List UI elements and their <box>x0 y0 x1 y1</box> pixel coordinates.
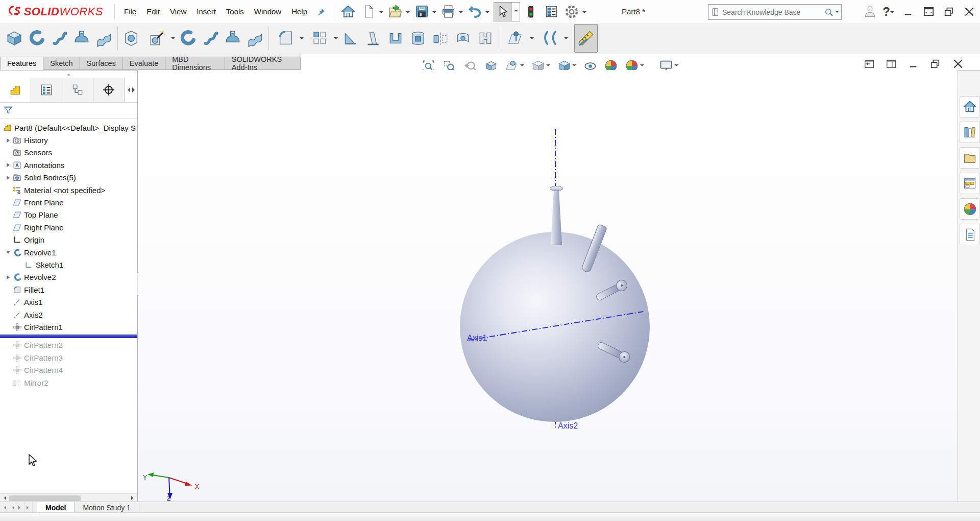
tab-configurationmanager[interactable] <box>62 78 93 102</box>
top-pin-knob[interactable] <box>550 188 562 245</box>
shell-button[interactable] <box>384 25 407 52</box>
select-dropdown-button[interactable] <box>511 3 520 21</box>
custom-properties-button[interactable] <box>960 224 980 245</box>
scroll-left-button[interactable] <box>0 494 8 502</box>
scroll-tabs-right-icon[interactable] <box>132 87 137 92</box>
previous-tab-button[interactable] <box>8 502 16 513</box>
tree-item-axis1[interactable]: Axis1 <box>0 296 138 308</box>
tree-item-part8[interactable]: Part8 (Default<<Default>_Display S <box>0 122 138 134</box>
intersect-button[interactable] <box>407 25 429 52</box>
tab-solidworks-addins[interactable]: SOLIDWORKS Add-Ins <box>225 57 301 70</box>
tab-evaluate[interactable]: Evaluate <box>123 57 165 70</box>
rollback-bar[interactable] <box>0 335 138 338</box>
menu-insert[interactable]: Insert <box>191 0 221 23</box>
dropdown-arrow[interactable] <box>300 37 304 41</box>
tree-item-fillet1[interactable]: Fillet1 <box>0 283 138 296</box>
dropdown-arrow[interactable] <box>564 37 568 41</box>
search-dropdown-arrow[interactable] <box>835 11 839 15</box>
tree-item-top-plane[interactable]: Top Plane <box>0 209 138 221</box>
menu-edit[interactable]: Edit <box>141 0 165 23</box>
instant3d-button[interactable] <box>574 24 598 53</box>
knowledge-base-search[interactable] <box>708 4 842 20</box>
tree-item-front-plane[interactable]: Front Plane <box>0 196 138 208</box>
tab-propertymanager[interactable] <box>31 78 62 102</box>
tree-filter-row[interactable] <box>0 102 138 119</box>
mirror-button[interactable] <box>429 25 452 52</box>
tab-dimxpertmanager[interactable] <box>93 78 125 102</box>
axis2-label[interactable]: Axis2 <box>558 421 578 431</box>
menu-tools[interactable]: Tools <box>221 0 249 23</box>
doc-restore-icon[interactable] <box>929 58 941 69</box>
tab-featuremanager[interactable] <box>0 78 31 102</box>
tree-item-history[interactable]: History <box>0 134 138 146</box>
revolved-cut-button[interactable] <box>177 25 199 52</box>
combine-button[interactable] <box>474 25 497 52</box>
tree-item-sensors[interactable]: Sensors <box>0 147 138 159</box>
select-tool-button[interactable] <box>494 3 511 21</box>
tree-item-material[interactable]: Material <not specified> <box>0 184 138 196</box>
tree-item-annotations[interactable]: Annotations <box>0 159 138 171</box>
next-tab-button[interactable] <box>16 502 24 513</box>
tree-item-axis2[interactable]: Axis2 <box>0 309 138 321</box>
linear-pattern-button[interactable] <box>305 25 339 52</box>
curves-button[interactable] <box>535 25 570 52</box>
scrollbar-thumb[interactable] <box>9 495 81 501</box>
minimize-button[interactable] <box>900 4 916 19</box>
tree-item-revolve2[interactable]: Revolve2 <box>0 271 138 283</box>
home-button[interactable] <box>338 2 358 21</box>
tree-item-cirpattern2[interactable]: CirPattern2 <box>0 339 138 351</box>
tree-item-right-plane[interactable]: Right Plane <box>0 221 138 233</box>
new-dropdown-arrow[interactable] <box>379 11 383 15</box>
doc-close-icon[interactable] <box>951 57 965 70</box>
solidworks-resources-button[interactable] <box>960 96 980 117</box>
hole-wizard-button[interactable] <box>142 25 177 52</box>
expand-arrow[interactable] <box>4 174 12 181</box>
tree-item-sketch1[interactable]: Sketch1 <box>0 258 138 271</box>
axis1-label[interactable]: Axis1 <box>467 334 487 343</box>
extruded-boss-button[interactable] <box>3 25 26 52</box>
draft-button[interactable] <box>362 25 384 52</box>
dropdown-arrow[interactable] <box>640 64 644 68</box>
tab-surfaces[interactable]: Surfaces <box>80 57 123 70</box>
lofted-boss-button[interactable] <box>70 25 93 52</box>
file-explorer-button[interactable] <box>960 147 980 169</box>
settings-dropdown-arrow[interactable] <box>582 11 586 15</box>
boundary-cut-button[interactable] <box>244 25 266 52</box>
boundary-boss-button[interactable] <box>93 25 115 52</box>
wrap-button[interactable] <box>452 25 474 52</box>
lofted-cut-button[interactable] <box>222 25 244 52</box>
dropdown-arrow[interactable] <box>171 37 175 41</box>
new-document-button[interactable] <box>359 2 378 21</box>
options-list-button[interactable] <box>542 2 561 21</box>
first-tab-button[interactable] <box>0 502 8 513</box>
help-button[interactable]: ? <box>883 6 895 18</box>
tree-item-solid-bodies[interactable]: Solid Bodies(5) <box>0 172 138 184</box>
pin-menu-button[interactable] <box>312 0 330 23</box>
fillet-button[interactable] <box>271 25 305 52</box>
open-dropdown-arrow[interactable] <box>406 11 410 15</box>
tab-motion-study-1[interactable]: Motion Study 1 <box>75 502 139 513</box>
graphics-viewport[interactable]: Axis1 Axis2 Y X Z <box>138 70 958 502</box>
tree-item-origin[interactable]: Origin <box>0 234 138 246</box>
expand-arrow[interactable] <box>4 249 12 256</box>
scroll-right-button[interactable] <box>129 494 137 502</box>
tree-item-cirpattern1[interactable]: CirPattern1 <box>0 321 138 333</box>
dropdown-arrow[interactable] <box>572 64 576 68</box>
swept-cut-button[interactable] <box>199 25 222 52</box>
last-tab-button[interactable] <box>24 502 33 513</box>
menu-file[interactable]: File <box>119 0 141 23</box>
tab-features[interactable]: Features <box>0 57 43 70</box>
menu-window[interactable]: Window <box>249 0 286 23</box>
dropdown-arrow[interactable] <box>334 37 338 41</box>
doc-minimize-icon[interactable] <box>908 58 919 69</box>
tree-item-cirpattern4[interactable]: CirPattern4 <box>0 364 138 376</box>
expand-arrow[interactable] <box>4 136 12 144</box>
scroll-tabs-left-icon[interactable] <box>125 87 130 92</box>
tab-sketch[interactable]: Sketch <box>43 57 80 70</box>
tab-mbd-dimensions[interactable]: MBD Dimensions <box>165 57 225 70</box>
menu-view[interactable]: View <box>165 0 191 23</box>
restore-button[interactable] <box>941 4 957 19</box>
print-dropdown-arrow[interactable] <box>459 11 463 15</box>
dropdown-arrow[interactable] <box>674 64 678 68</box>
resize-panes-button[interactable] <box>921 4 936 19</box>
